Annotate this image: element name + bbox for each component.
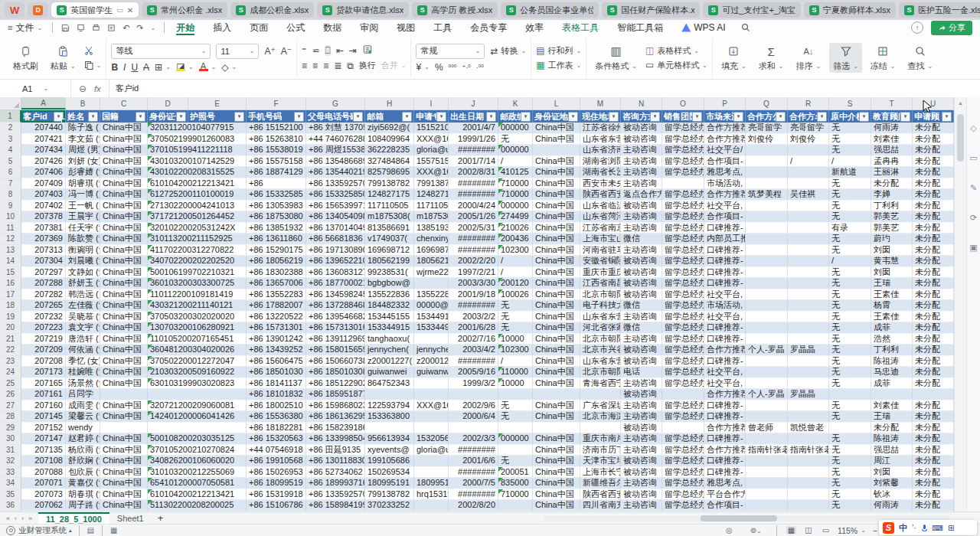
cell-F8[interactable]: +86 15332585: [247, 189, 306, 201]
column-header-U[interactable]: U: [913, 97, 954, 109]
cell-P25[interactable]: 社交平台,: [704, 378, 746, 390]
cell-I14[interactable]: 180562199: [414, 256, 449, 267]
cell-N21[interactable]: 主动咨询: [621, 334, 662, 345]
cell-P22[interactable]: 合作方推荐: [704, 345, 746, 356]
cell-U30[interactable]: 未分配: [913, 433, 954, 445]
cell-G31[interactable]: +86 田延9135: [306, 445, 365, 456]
cell-P20[interactable]: 口碑推荐-: [704, 322, 746, 334]
filter-dropdown-icon[interactable]: ▼: [609, 112, 619, 122]
cell-A4[interactable]: 207434: [21, 145, 66, 156]
eraser-button[interactable]: ◇⌄: [221, 62, 237, 73]
cell-F9[interactable]: +86 13053983: [247, 201, 306, 212]
cell-T7[interactable]: 未分配: [871, 178, 913, 190]
cell-Q4[interactable]: [746, 145, 788, 156]
cell-K33[interactable]: 200051: [498, 467, 533, 479]
row-header-11[interactable]: 11: [0, 223, 21, 234]
cell-N20[interactable]: 微信: [621, 322, 662, 334]
cell-S23[interactable]: 无: [829, 356, 871, 368]
cell-L14[interactable]: China中国: [533, 256, 580, 267]
cell-Q16[interactable]: [746, 278, 788, 289]
undo-icon[interactable]: ↶: [122, 23, 129, 33]
cell-Q11[interactable]: [746, 223, 788, 234]
cell-R36[interactable]: [788, 500, 829, 511]
cell-M9[interactable]: 山东省临沂: [580, 201, 621, 212]
cell-P35[interactable]: 平台合作方: [704, 489, 746, 501]
cell-R4[interactable]: [788, 145, 829, 156]
cell-L7[interactable]: China中国: [533, 178, 580, 190]
cell-G13[interactable]: +86 1971308901: [306, 245, 365, 257]
cell-C25[interactable]: China中国: [100, 378, 148, 390]
cell-O5[interactable]: 留学总经办: [662, 156, 704, 168]
cell-R10[interactable]: [788, 211, 829, 223]
cell-I25[interactable]: [414, 378, 449, 390]
cell-I15[interactable]: wjrme221(: [414, 267, 449, 279]
cell-K27[interactable]: 无: [498, 400, 533, 412]
cell-I32[interactable]: [414, 456, 449, 467]
menu-tab-数据[interactable]: 数据: [314, 20, 351, 35]
filter-dropdown-icon[interactable]: ▼: [486, 112, 496, 122]
eye-protect-icon[interactable]: ◎: [726, 526, 733, 534]
cell-L2[interactable]: China中国: [533, 123, 580, 134]
cell-A3[interactable]: 207421: [21, 134, 66, 145]
cell-O24[interactable]: 留学总经办: [662, 367, 704, 378]
soft-keyboard-icon[interactable]: ⌨: [933, 524, 943, 532]
cell-I10[interactable]: m1875308(: [414, 211, 449, 223]
cell-F31[interactable]: +44 07546918: [247, 445, 306, 456]
cell-A24[interactable]: 207173: [21, 367, 66, 378]
cell-R20[interactable]: [788, 322, 829, 334]
next-sheet-icon[interactable]: ›: [21, 515, 24, 522]
cell-U31[interactable]: 未分配: [913, 445, 954, 456]
cell-O19[interactable]: 留学总经办: [662, 312, 704, 323]
row-header-3[interactable]: 3: [0, 134, 21, 145]
cell-M29[interactable]: [580, 423, 621, 434]
cell-C34[interactable]: China中国: [100, 478, 148, 489]
page-break-view-button[interactable]: ▭: [821, 526, 831, 534]
cell-Q24[interactable]: [746, 367, 788, 378]
cell-L23[interactable]: China中国: [533, 356, 580, 368]
row-header-26[interactable]: 26: [0, 389, 21, 400]
redo-icon[interactable]: ↷: [136, 23, 143, 33]
cell-B15[interactable]: 文静如 (女: [66, 267, 100, 279]
cell-K29[interactable]: [498, 423, 533, 434]
cell-H14[interactable]: 180562199: [365, 256, 414, 267]
cell-F33[interactable]: +86 15026953: [247, 467, 306, 479]
font-name-select[interactable]: 等线⌄: [111, 44, 211, 59]
cell-T29[interactable]: 未分配: [871, 423, 913, 434]
cell-A8[interactable]: 207403: [21, 189, 66, 201]
cell-O22[interactable]: 留学总经办: [662, 345, 704, 356]
cell-G34[interactable]: +86 1899937166: [306, 478, 365, 489]
cell-Q21[interactable]: [746, 334, 788, 345]
fill-color-button[interactable]: ◪⌄: [176, 63, 194, 71]
menu-tab-页面[interactable]: 页面: [240, 20, 277, 35]
cell-K32[interactable]: 无: [498, 456, 533, 467]
cell-K10[interactable]: 274499: [498, 211, 533, 223]
cell-A29[interactable]: 207152: [21, 423, 66, 434]
cell-F28[interactable]: +86 15536380: [247, 411, 306, 423]
cell-A33[interactable]: 207088: [21, 467, 66, 479]
cell-R22[interactable]: 罗晶晶: [788, 345, 829, 356]
cell-H12[interactable]: v1749037(: [365, 234, 414, 245]
cell-G4[interactable]: +86 周煜155380: [306, 145, 365, 156]
cell-M12[interactable]: 上海市宝山: [580, 234, 621, 245]
cell-A35[interactable]: 207073: [21, 489, 66, 501]
copy-icon[interactable]: ⌄: [84, 60, 102, 70]
cell-S18[interactable]: 无: [829, 300, 871, 312]
cell-C28[interactable]: China中国: [100, 411, 148, 423]
cell-A21[interactable]: 207219: [21, 334, 66, 345]
cell-R35[interactable]: [788, 489, 829, 501]
cell-Q30[interactable]: [746, 433, 788, 445]
cell-R27[interactable]: [788, 400, 829, 412]
cell-I24[interactable]: guiwanwei: [414, 367, 449, 378]
cell-J10[interactable]: 2005/1/26: [449, 211, 498, 223]
column-header-P[interactable]: P: [704, 97, 746, 109]
cell-S34[interactable]: 无: [829, 478, 871, 489]
cell-style-button[interactable]: ▭单元格样式⌄: [645, 60, 707, 71]
cell-M25[interactable]: 青海省西宁: [580, 378, 621, 390]
filter-dropdown-icon[interactable]: ▼: [942, 112, 952, 122]
cell-C20[interactable]: China中国: [100, 322, 148, 334]
cell-I5[interactable]: 155751588: [414, 156, 449, 168]
cell-R26[interactable]: 罗晶晶: [788, 389, 829, 400]
cell-G35[interactable]: +86 1335925706: [306, 489, 365, 501]
cell-N13[interactable]: 主动咨询: [621, 245, 662, 257]
freeze-button[interactable]: 冻结⌄: [867, 43, 900, 73]
